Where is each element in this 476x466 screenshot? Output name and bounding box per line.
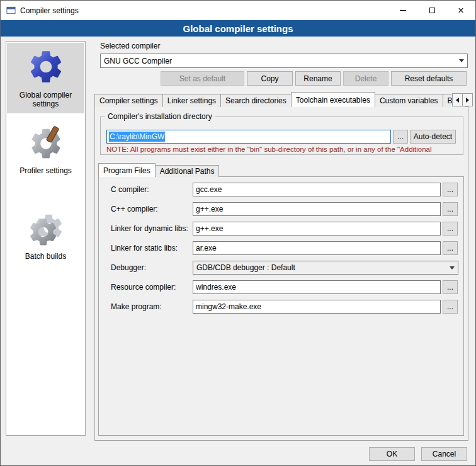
tab-compiler-settings[interactable]: Compiler settings (94, 94, 163, 107)
sidebar-item-label: Global compiler settings (8, 91, 83, 108)
debugger-dropdown[interactable]: GDB/CDB debugger : Default (193, 261, 458, 275)
titlebar: Compiler settings × (1, 1, 475, 20)
dynamic-linker-browse-button[interactable]: ... (443, 222, 458, 236)
set-as-default-button[interactable]: Set as default (161, 71, 244, 86)
ok-button[interactable]: OK (369, 447, 415, 461)
batch-builds-gears-icon (25, 211, 67, 247)
tab-toolchain-executables[interactable]: Toolchain executables (291, 92, 375, 107)
sidebar-item-profiler-settings[interactable]: Profiler settings (7, 121, 84, 180)
auto-detect-button[interactable]: Auto-detect (410, 130, 456, 144)
maximize-icon (429, 8, 435, 13)
program-files-tab-bar: Program Files Additional Paths (98, 163, 218, 177)
static-linker-label: Linker for static libs: (111, 244, 193, 253)
profiler-gear-icon (28, 125, 64, 162)
selected-compiler-value: GNU GCC Compiler (101, 57, 456, 65)
resource-compiler-row: Resource compiler: ... (111, 280, 458, 294)
window-title: Compiler settings (20, 6, 79, 15)
selected-compiler-label: Selected compiler (100, 42, 160, 50)
c-compiler-input[interactable] (193, 183, 441, 196)
cpp-compiler-label: C++ compiler: (111, 205, 193, 213)
sidebar-item-global-compiler-settings[interactable]: Global compiler settings (7, 43, 84, 113)
sidebar-item-batch-builds[interactable]: Batch builds (7, 207, 84, 266)
chevron-down-icon (446, 261, 458, 274)
make-program-input[interactable] (193, 300, 441, 314)
sidebar: Global compiler settings Profiler settin… (6, 41, 86, 436)
make-program-label: Make program: (111, 302, 193, 311)
tab-scroll-left-button[interactable] (452, 93, 463, 106)
copy-button[interactable]: Copy (247, 71, 293, 86)
resource-compiler-browse-button[interactable]: ... (443, 280, 458, 294)
c-compiler-browse-button[interactable]: ... (443, 183, 458, 196)
make-program-browse-button[interactable]: ... (443, 300, 458, 314)
c-compiler-label: C compiler: (111, 185, 193, 194)
tab-scroll-buttons (452, 93, 473, 106)
settings-tab-bar: Compiler settings Linker settings Search… (94, 92, 465, 107)
cpp-compiler-row: C++ compiler: ... (111, 202, 458, 216)
static-linker-browse-button[interactable]: ... (443, 241, 458, 255)
cpp-compiler-input[interactable] (193, 202, 441, 216)
debugger-label: Debugger: (111, 263, 193, 272)
arrow-right-icon (466, 98, 469, 103)
tab-search-directories[interactable]: Search directories (220, 94, 292, 107)
close-icon: × (458, 8, 463, 14)
tab-scroll-right-button[interactable] (462, 93, 473, 106)
compiler-settings-window: Compiler settings × Global compiler sett… (0, 0, 476, 466)
blue-gear-icon (26, 47, 65, 86)
minimize-button[interactable] (388, 1, 417, 20)
programs-note: NOTE: All programs must exist either in … (106, 145, 465, 153)
tab-custom-variables[interactable]: Custom variables (375, 94, 443, 107)
minimize-icon (400, 10, 406, 11)
compiler-actions: Set as default Copy Rename Delete Reset … (92, 71, 467, 86)
tab-additional-paths[interactable]: Additional Paths (155, 165, 220, 177)
installation-directory-input[interactable]: C:\raylib\MinGW (106, 130, 391, 144)
resource-compiler-input[interactable] (193, 280, 441, 294)
selected-compiler-dropdown[interactable]: GNU GCC Compiler (100, 54, 468, 68)
chevron-down-icon (456, 54, 467, 67)
window-controls: × (388, 1, 475, 20)
window-icon (6, 6, 16, 15)
installation-directory-value: C:\raylib\MinGW (109, 132, 165, 142)
tab-linker-settings[interactable]: Linker settings (162, 94, 221, 107)
static-linker-row: Linker for static libs: ... (111, 241, 458, 255)
installation-directory-group-label: Compiler's installation directory (105, 112, 215, 121)
rename-button[interactable]: Rename (295, 71, 341, 86)
dialog-header: Global compiler settings (1, 20, 475, 37)
c-compiler-row: C compiler: ... (111, 183, 458, 196)
tab-program-files[interactable]: Program Files (98, 163, 156, 177)
debugger-row: Debugger: GDB/CDB debugger : Default (111, 261, 458, 275)
cpp-compiler-browse-button[interactable]: ... (443, 202, 458, 216)
close-button[interactable]: × (446, 1, 475, 20)
debugger-value: GDB/CDB debugger : Default (193, 263, 446, 272)
dynamic-linker-row: Linker for dynamic libs: ... (111, 222, 458, 236)
delete-button[interactable]: Delete (343, 71, 388, 86)
cancel-button[interactable]: Cancel (421, 447, 467, 461)
dynamic-linker-input[interactable] (193, 222, 441, 236)
arrow-left-icon (456, 98, 459, 103)
sidebar-item-label: Batch builds (25, 252, 66, 261)
make-program-row: Make program: ... (111, 300, 458, 314)
dynamic-linker-label: Linker for dynamic libs: (111, 224, 193, 233)
maximize-button[interactable] (417, 1, 446, 20)
resource-compiler-label: Resource compiler: (111, 283, 193, 292)
installation-directory-browse-button[interactable]: ... (393, 130, 408, 144)
sidebar-item-label: Profiler settings (20, 166, 72, 175)
static-linker-input[interactable] (193, 241, 441, 255)
reset-defaults-button[interactable]: Reset defaults (391, 71, 467, 86)
